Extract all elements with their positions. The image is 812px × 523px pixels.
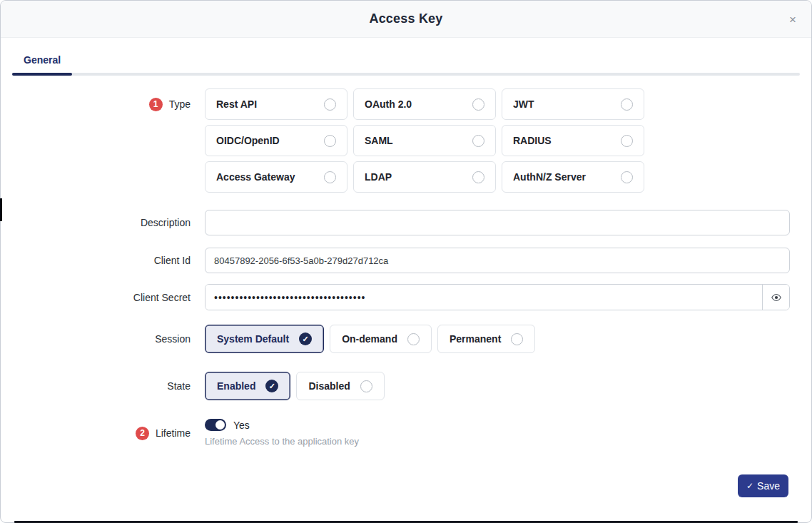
radio-icon xyxy=(511,333,523,345)
client-secret-label: Client Secret xyxy=(133,292,191,303)
tab-active-indicator xyxy=(12,73,72,76)
type-option-radius[interactable]: RADIUS xyxy=(502,125,644,156)
form-row-state: State Enabled✓Disabled xyxy=(1,372,811,400)
close-icon[interactable]: × xyxy=(783,10,803,28)
underlying-page-edge-left xyxy=(0,198,2,221)
radio-icon xyxy=(324,135,336,147)
session-option-system-default[interactable]: System Default✓ xyxy=(205,325,324,353)
description-input[interactable] xyxy=(205,210,790,235)
option-label: Rest API xyxy=(216,98,257,110)
option-label: JWT xyxy=(513,98,534,110)
option-label: Enabled xyxy=(217,380,255,392)
save-button-label: Save xyxy=(757,480,780,492)
option-label: LDAP xyxy=(365,171,392,183)
option-label: OAuth 2.0 xyxy=(365,98,412,110)
option-label: Access Gateway xyxy=(216,171,295,183)
modal-title: Access Key xyxy=(369,11,442,26)
option-label: Disabled xyxy=(308,380,350,392)
step-badge-2: 2 xyxy=(136,427,149,440)
modal-header: Access Key × xyxy=(1,1,811,38)
option-label: Permanent xyxy=(450,333,501,345)
modal-footer: ✓ Save xyxy=(1,474,811,522)
type-label-col: 1 Type xyxy=(1,88,205,120)
type-option-jwt[interactable]: JWT xyxy=(502,88,644,120)
eye-icon xyxy=(771,292,782,303)
client-id-input[interactable] xyxy=(205,248,790,273)
step-badge-1: 1 xyxy=(149,98,163,111)
lifetime-toggle-label: Yes xyxy=(233,420,250,431)
radio-icon xyxy=(324,98,336,111)
option-label: SAML xyxy=(365,135,393,146)
option-label: RADIUS xyxy=(513,135,552,146)
type-option-oauth-2-0[interactable]: OAuth 2.0 xyxy=(353,88,496,120)
session-label: Session xyxy=(155,333,191,345)
radio-icon xyxy=(324,171,336,183)
option-label: On-demand xyxy=(342,333,397,345)
access-key-form: 1 Type Rest APIOAuth 2.0JWTOIDC/OpenIDSA… xyxy=(1,76,811,474)
state-option-enabled[interactable]: Enabled✓ xyxy=(205,372,290,400)
tab-bar: General xyxy=(1,54,811,76)
option-label: System Default xyxy=(217,333,289,345)
tab-general[interactable]: General xyxy=(24,54,61,73)
form-row-type: 1 Type Rest APIOAuth 2.0JWTOIDC/OpenIDSA… xyxy=(1,88,811,193)
type-option-saml[interactable]: SAML xyxy=(353,125,496,156)
radio-icon xyxy=(407,333,420,345)
radio-icon xyxy=(472,135,484,147)
selected-check-icon: ✓ xyxy=(299,332,312,345)
radio-icon xyxy=(621,135,633,147)
toggle-knob xyxy=(215,420,225,430)
type-options-grid: Rest APIOAuth 2.0JWTOIDC/OpenIDSAMLRADIU… xyxy=(205,88,790,193)
reveal-secret-button[interactable] xyxy=(762,285,789,310)
type-option-access-gateway[interactable]: Access Gateway xyxy=(205,161,347,193)
client-secret-input[interactable] xyxy=(205,285,762,310)
session-options: System Default✓On-demandPermanent xyxy=(205,325,790,353)
radio-icon xyxy=(472,171,484,183)
tab-track xyxy=(12,73,800,76)
form-row-lifetime: 2 Lifetime Yes Lifetime Access to the ap… xyxy=(1,419,811,447)
session-option-permanent[interactable]: Permanent xyxy=(437,325,535,353)
form-row-description: Description xyxy=(1,210,811,235)
radio-icon xyxy=(621,98,633,111)
session-option-on-demand[interactable]: On-demand xyxy=(330,325,432,353)
access-key-modal: Access Key × General 1 Type Rest APIOAut… xyxy=(0,0,812,523)
form-row-client-id: Client Id xyxy=(1,248,811,273)
check-icon: ✓ xyxy=(746,482,753,490)
type-option-oidc-openid[interactable]: OIDC/OpenID xyxy=(205,125,347,156)
radio-icon xyxy=(472,98,484,111)
type-option-rest-api[interactable]: Rest API xyxy=(205,88,347,120)
form-row-session: Session System Default✓On-demandPermanen… xyxy=(1,325,811,353)
state-option-disabled[interactable]: Disabled xyxy=(296,372,384,400)
selected-check-icon: ✓ xyxy=(265,380,278,392)
client-id-label: Client Id xyxy=(154,255,191,266)
state-label: State xyxy=(167,380,191,392)
option-label: AuthN/Z Server xyxy=(513,171,586,183)
form-row-client-secret: Client Secret xyxy=(1,284,811,310)
type-option-ldap[interactable]: LDAP xyxy=(353,161,496,193)
lifetime-label: Lifetime xyxy=(156,427,191,439)
type-label: Type xyxy=(169,98,191,110)
option-label: OIDC/OpenID xyxy=(216,135,280,146)
lifetime-toggle[interactable] xyxy=(205,419,226,431)
radio-icon xyxy=(360,380,372,392)
state-options: Enabled✓Disabled xyxy=(205,372,790,400)
radio-icon xyxy=(621,171,633,183)
save-button[interactable]: ✓ Save xyxy=(738,474,788,497)
description-label: Description xyxy=(141,217,191,228)
lifetime-help-text: Lifetime Access to the application key xyxy=(205,436,790,447)
type-option-authn-z-server[interactable]: AuthN/Z Server xyxy=(502,161,644,193)
client-secret-group xyxy=(205,284,790,310)
